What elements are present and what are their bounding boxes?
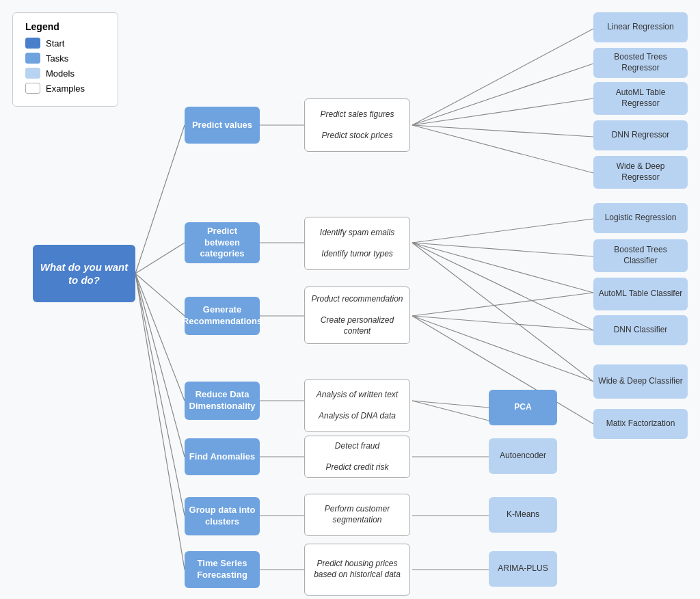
svg-line-1 [135,243,185,274]
svg-line-0 [135,125,185,274]
legend-title: Legend [25,21,105,32]
model-wide-deep-classifier[interactable]: Wide & Deep Classifier [593,364,688,399]
legend-color-examples [25,83,40,94]
svg-line-6 [135,274,185,570]
start-node[interactable]: What do you want to do? [33,245,135,302]
example-identify: Identify spam emailsIdentify tumor types [304,217,410,270]
svg-line-25 [412,316,593,330]
svg-line-19 [412,219,593,243]
svg-line-17 [412,125,593,137]
task-reduce-data[interactable]: Reduce Data Dimenstionality [185,382,260,420]
legend-color-start [25,38,40,49]
legend: Legend Start Tasks Models Examples [12,12,118,107]
svg-line-26 [412,316,593,382]
legend-label-examples: Examples [46,83,85,94]
legend-item-models: Models [25,68,105,79]
legend-color-tasks [25,53,40,64]
task-find-anomalies[interactable]: Find Anomalies [185,438,260,475]
svg-line-3 [135,274,185,401]
svg-line-24 [412,293,593,316]
model-arima[interactable]: ARIMA-PLUS [489,551,557,587]
example-analysis: Analysis of written textAnalysis of DNA … [304,379,410,432]
start-label: What do you want to do? [40,261,129,287]
model-automl-regressor[interactable]: AutoML Table Regressor [593,82,688,115]
svg-line-22 [412,243,593,330]
example-segmentation: Perform customer segmentation [304,494,410,536]
svg-line-28 [412,401,489,408]
example-housing: Predict housing prices based on historic… [304,544,410,596]
model-wide-deep-regressor[interactable]: Wide & Deep Regressor [593,156,688,189]
legend-label-start: Start [46,38,64,49]
model-kmeans[interactable]: K-Means [489,497,557,533]
svg-line-5 [135,274,185,516]
model-autoencoder[interactable]: Autoencoder [489,438,557,474]
task-generate-recommendations[interactable]: Generate Recommendations [185,297,260,335]
task-predict-values[interactable]: Predict values [185,107,260,144]
svg-line-15 [412,64,593,125]
svg-line-29 [412,401,489,421]
legend-label-models: Models [46,68,75,79]
svg-line-16 [412,98,593,125]
svg-line-18 [412,125,593,173]
model-logistic-regression[interactable]: Logistic Regression [593,203,688,233]
model-boosted-trees-classifier[interactable]: Boosted Trees Classifier [593,239,688,272]
svg-line-4 [135,274,185,457]
model-boosted-trees-regressor[interactable]: Boosted Trees Regressor [593,48,688,78]
model-dnn-classifier[interactable]: DNN Classifier [593,315,688,345]
model-matix-factorization[interactable]: Matix Factorization [593,409,688,439]
legend-item-start: Start [25,38,105,49]
model-automl-classifier[interactable]: AutoML Table Classifer [593,278,688,310]
task-time-series[interactable]: Time Series Forecasting [185,551,260,588]
model-pca[interactable]: PCA [489,390,557,425]
svg-line-23 [412,243,593,382]
example-fraud: Detect fraudPredict credit risk [304,436,410,478]
task-group-clusters[interactable]: Group data into clusters [185,497,260,535]
svg-line-14 [412,29,593,125]
example-predict-sales: Predict sales figuresPredict stock price… [304,98,410,152]
example-recommendation: Product recommendationCreate personalize… [304,287,410,344]
task-predict-categories[interactable]: Predict between categories [185,222,260,263]
legend-label-tasks: Tasks [46,53,68,64]
legend-color-models [25,68,40,79]
legend-item-tasks: Tasks [25,53,105,64]
model-dnn-regressor[interactable]: DNN Regressor [593,120,688,150]
svg-line-20 [412,243,593,256]
model-linear-regression[interactable]: Linear Regression [593,12,688,42]
legend-item-examples: Examples [25,83,105,94]
svg-line-2 [135,274,185,316]
svg-line-21 [412,243,593,293]
diagram: Legend Start Tasks Models Examples What … [0,0,700,599]
